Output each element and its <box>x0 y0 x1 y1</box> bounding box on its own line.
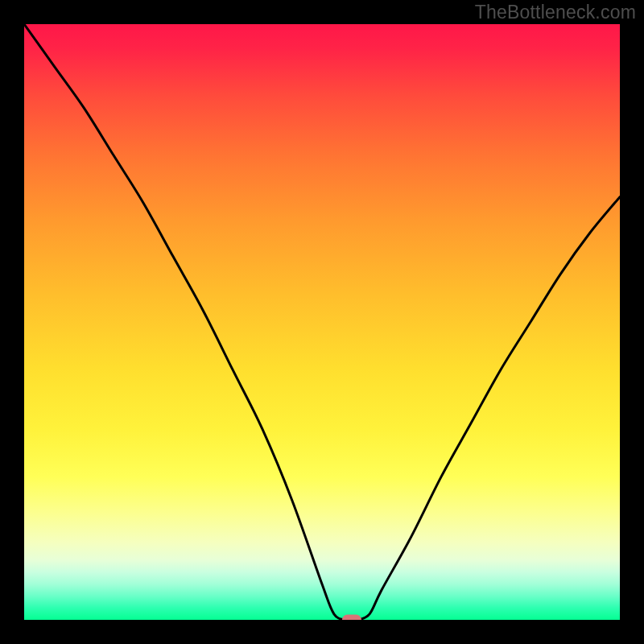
bottleneck-curve <box>24 24 620 620</box>
optimal-point-marker <box>342 615 361 621</box>
watermark-text: TheBottleneck.com <box>475 2 636 23</box>
chart-frame: TheBottleneck.com <box>0 0 644 644</box>
plot-area <box>24 24 620 620</box>
